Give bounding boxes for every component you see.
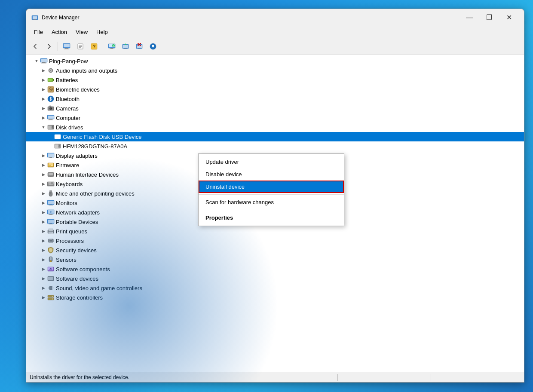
keyboards-toggle[interactable]: ▶ <box>40 181 47 187</box>
tree-flashdisk[interactable]: Generic Flash Disk USB Device <box>26 132 524 141</box>
tree-bluetooth[interactable]: ▶ ᛒ Bluetooth <box>26 94 524 104</box>
monitors-label: Monitors <box>56 200 77 206</box>
sw-components-toggle[interactable]: ▶ <box>40 266 47 273</box>
menu-view[interactable]: View <box>71 28 92 36</box>
svg-rect-79 <box>48 183 49 184</box>
sound-icon <box>47 284 55 292</box>
batteries-toggle[interactable]: ▶ <box>40 77 47 83</box>
sw-devices-icon <box>47 275 55 282</box>
cameras-toggle[interactable]: ▶ <box>40 105 47 112</box>
ctx-disable-device[interactable]: Disable device <box>199 168 344 181</box>
uninstall-button[interactable] <box>133 40 146 52</box>
svg-rect-41 <box>48 79 52 81</box>
tree-sound[interactable]: ▶ Sound, video and game controllers <box>26 283 524 293</box>
svg-rect-81 <box>50 183 51 184</box>
svg-rect-87 <box>52 184 52 184</box>
tree-biometric[interactable]: ▶ Biometric devices <box>26 85 524 94</box>
mice-toggle[interactable]: ▶ <box>40 190 47 197</box>
svg-rect-82 <box>52 183 52 184</box>
sensors-label: Sensors <box>56 257 77 263</box>
portable-label: Portable Devices <box>56 219 98 225</box>
hid-toggle[interactable]: ▶ <box>40 171 47 178</box>
svg-rect-99 <box>49 214 52 214</box>
menu-file[interactable]: File <box>30 28 47 36</box>
tree-print[interactable]: ▶ Print queues <box>26 227 524 236</box>
svg-rect-17 <box>110 49 114 49</box>
firmware-toggle[interactable]: ▶ <box>40 162 47 168</box>
tree-batteries[interactable]: ▶ Batteries <box>26 75 524 85</box>
storage-toggle[interactable]: ▶ <box>40 294 47 301</box>
sensors-toggle[interactable]: ▶ <box>40 256 47 263</box>
tree-sensors[interactable]: ▶ Sensors <box>26 255 524 264</box>
update-driver-button[interactable] <box>119 40 132 52</box>
svg-marker-125 <box>49 268 52 270</box>
properties-button[interactable] <box>74 40 87 52</box>
svg-point-133 <box>52 298 53 299</box>
ctx-properties[interactable]: Properties <box>199 211 344 224</box>
svg-rect-16 <box>110 48 113 49</box>
tree-sw-components[interactable]: ▶ Software components <box>26 264 524 274</box>
display-toggle[interactable]: ▶ <box>40 152 47 159</box>
svg-rect-98 <box>48 210 54 214</box>
svg-rect-7 <box>64 49 69 49</box>
tree-root[interactable]: ▼ Ping-Pang-Pow <box>26 56 524 66</box>
tree-processors[interactable]: ▶ Processors <box>26 236 524 245</box>
svg-rect-126 <box>48 276 54 281</box>
diskdrives-toggle[interactable]: ▼ <box>40 124 47 131</box>
svg-rect-34 <box>42 62 46 63</box>
ctx-uninstall-device[interactable]: Uninstall device <box>199 181 344 193</box>
svg-point-57 <box>52 127 53 128</box>
hid-icon <box>47 171 55 178</box>
hfm128-icon <box>54 142 61 150</box>
help-button[interactable]: ? <box>88 40 101 52</box>
back-button[interactable] <box>29 40 42 52</box>
biometric-toggle[interactable]: ▶ <box>40 86 47 93</box>
svg-rect-122 <box>50 260 52 262</box>
audio-toggle[interactable]: ▶ <box>40 67 47 74</box>
scan-hardware-button[interactable]: ↻ <box>105 40 118 52</box>
print-toggle[interactable]: ▶ <box>40 228 47 235</box>
close-button[interactable]: ✕ <box>499 11 519 24</box>
maximize-button[interactable]: ❐ <box>479 11 499 24</box>
svg-rect-53 <box>48 119 53 120</box>
menu-bar: File Action View Help <box>26 26 524 38</box>
network-toggle[interactable]: ▶ <box>40 209 47 216</box>
svg-rect-103 <box>48 220 54 223</box>
tree-hfm128[interactable]: HFM128GDGTNG-87A0A <box>26 141 524 151</box>
security-toggle[interactable]: ▶ <box>40 247 47 254</box>
sound-toggle[interactable]: ▶ <box>40 285 47 291</box>
device-manager-button[interactable] <box>60 40 73 52</box>
tree-audio[interactable]: ▶ Audio inputs and outputs <box>26 66 524 75</box>
download-button[interactable] <box>147 40 159 52</box>
sw-devices-toggle[interactable]: ▶ <box>40 275 47 282</box>
svg-rect-74 <box>49 165 51 166</box>
svg-rect-128 <box>49 286 52 290</box>
sw-components-label: Software components <box>56 266 110 273</box>
svg-rect-78 <box>47 182 54 186</box>
bluetooth-toggle[interactable]: ▶ <box>40 95 47 102</box>
storage-label: Storage controllers <box>56 294 103 301</box>
portable-toggle[interactable]: ▶ <box>40 218 47 225</box>
minimize-button[interactable]: — <box>459 11 479 24</box>
tree-cameras[interactable]: ▶ Cameras <box>26 104 524 113</box>
flashdisk-icon <box>54 133 61 141</box>
monitors-toggle[interactable]: ▶ <box>40 199 47 206</box>
svg-rect-100 <box>49 214 53 215</box>
processors-icon <box>47 237 55 245</box>
tree-sw-devices[interactable]: ▶ Software devices <box>26 274 524 283</box>
tree-security[interactable]: ▶ Security devices <box>26 245 524 255</box>
tree-computer[interactable]: ▶ Computer <box>26 113 524 122</box>
menu-help[interactable]: Help <box>92 28 112 36</box>
forward-button[interactable] <box>43 40 55 52</box>
processors-toggle[interactable]: ▶ <box>40 237 47 244</box>
root-toggle[interactable]: ▼ <box>33 58 40 64</box>
ctx-update-driver[interactable]: Update driver <box>199 156 344 168</box>
cameras-icon <box>47 104 55 112</box>
tree-storage[interactable]: ▶ Storage controllers <box>26 293 524 302</box>
menu-action[interactable]: Action <box>47 28 71 36</box>
tree-diskdrives[interactable]: ▼ Disk drives <box>26 122 524 132</box>
svg-rect-105 <box>49 224 53 224</box>
computer-toggle[interactable]: ▶ <box>40 114 47 121</box>
ctx-scan-hardware[interactable]: Scan for hardware changes <box>199 196 344 208</box>
portable-icon <box>47 218 55 226</box>
